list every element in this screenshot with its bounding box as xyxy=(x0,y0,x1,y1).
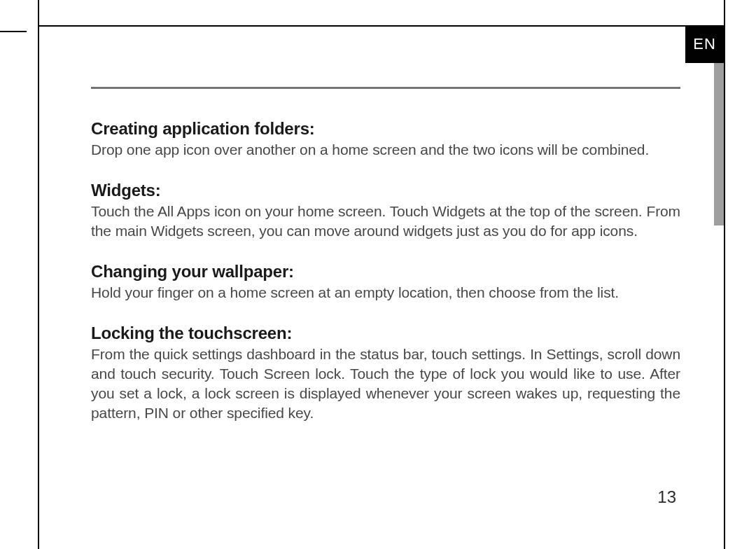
section-heading: Changing your wallpaper: xyxy=(91,262,680,282)
section-heading: Locking the touchscreen: xyxy=(91,324,680,343)
section-creating-application-folders: Creating application folders: Drop one a… xyxy=(91,119,680,160)
section-body: From the quick settings dashboard in the… xyxy=(91,345,680,423)
crop-mark-top-horizontal xyxy=(0,31,27,32)
section-heading: Widgets: xyxy=(91,181,680,200)
page-number: 13 xyxy=(657,487,676,507)
page-border-left xyxy=(38,25,39,549)
content-top-rule xyxy=(91,87,680,89)
page-border-top xyxy=(38,25,725,27)
language-tab-container: EN xyxy=(685,25,724,225)
crop-mark-right-vertical xyxy=(724,0,725,25)
section-heading: Creating application folders: xyxy=(91,119,680,139)
content-column: Creating application folders: Drop one a… xyxy=(91,90,680,549)
language-tab: EN xyxy=(685,25,724,63)
page-border-right xyxy=(724,25,725,549)
section-locking-the-touchscreen: Locking the touchscreen: From the quick … xyxy=(91,324,680,423)
section-widgets: Widgets: Touch the All Apps icon on your… xyxy=(91,181,680,241)
section-body: Drop one app icon over another on a home… xyxy=(91,140,680,160)
section-body: Hold your finger on a home screen at an … xyxy=(91,283,680,303)
language-tab-accent xyxy=(714,63,724,225)
section-changing-your-wallpaper: Changing your wallpaper: Hold your finge… xyxy=(91,262,680,303)
section-body: Touch the All Apps icon on your home scr… xyxy=(91,202,680,241)
crop-mark-left-vertical xyxy=(38,0,39,25)
